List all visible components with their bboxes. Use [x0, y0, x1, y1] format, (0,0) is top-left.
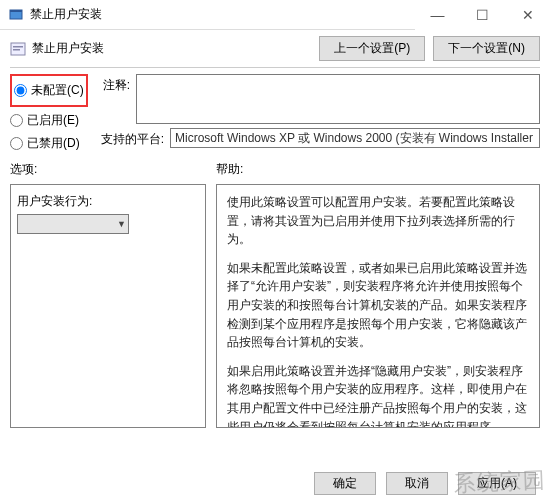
prev-setting-button[interactable]: 上一个设置(P)	[319, 36, 425, 61]
radio-enabled-input[interactable]	[10, 114, 23, 127]
help-paragraph: 如果启用此策略设置并选择“隐藏用户安装”，则安装程序将忽略按照每个用户安装的应用…	[227, 362, 529, 428]
radio-enabled[interactable]: 已启用(E)	[10, 109, 88, 132]
radio-not-configured-label: 未配置(C)	[31, 82, 84, 99]
titlebar: 禁止用户安装 — ☐ ✕	[0, 0, 550, 30]
options-label: 选项:	[10, 161, 206, 178]
policy-heading: 禁止用户安装	[10, 40, 104, 57]
options-panel: 用户安装行为: ▼	[10, 184, 206, 428]
radio-disabled[interactable]: 已禁用(D)	[10, 132, 88, 155]
help-paragraph: 如果未配置此策略设置，或者如果已启用此策略设置并选择了“允许用户安装”，则安装程…	[227, 259, 529, 352]
help-panel: 使用此策略设置可以配置用户安装。若要配置此策略设置，请将其设置为已启用并使用下拉…	[216, 184, 540, 428]
policy-window-icon	[8, 7, 24, 23]
radio-enabled-label: 已启用(E)	[27, 112, 79, 129]
radio-disabled-label: 已禁用(D)	[27, 135, 80, 152]
user-install-behavior-label: 用户安装行为:	[17, 193, 199, 210]
policy-heading-icon	[10, 41, 26, 57]
apply-button[interactable]: 应用(A)	[458, 472, 536, 495]
cancel-button[interactable]: 取消	[386, 472, 448, 495]
window-title: 禁止用户安装	[30, 6, 415, 23]
svg-rect-3	[13, 46, 23, 48]
help-label: 帮助:	[216, 161, 540, 178]
not-configured-highlight: 未配置(C)	[10, 74, 88, 107]
comment-textarea[interactable]	[136, 74, 540, 124]
policy-heading-text: 禁止用户安装	[32, 40, 104, 57]
svg-rect-1	[10, 10, 22, 12]
window-controls: — ☐ ✕	[415, 0, 550, 30]
ok-button[interactable]: 确定	[314, 472, 376, 495]
user-install-behavior-combo[interactable]: ▼	[17, 214, 129, 234]
next-setting-button[interactable]: 下一个设置(N)	[433, 36, 540, 61]
platform-field	[170, 128, 540, 148]
radio-disabled-input[interactable]	[10, 137, 23, 150]
radio-not-configured[interactable]: 未配置(C)	[14, 79, 84, 102]
chevron-down-icon: ▼	[117, 219, 126, 229]
maximize-button[interactable]: ☐	[460, 0, 505, 30]
close-button[interactable]: ✕	[505, 0, 550, 30]
svg-rect-4	[13, 49, 20, 51]
platform-label: 支持的平台:	[96, 128, 164, 148]
help-paragraph: 使用此策略设置可以配置用户安装。若要配置此策略设置，请将其设置为已启用并使用下拉…	[227, 193, 529, 249]
dialog-footer: 确定 取消 应用(A)	[314, 472, 536, 495]
comment-label: 注释:	[96, 74, 130, 94]
minimize-button[interactable]: —	[415, 0, 460, 30]
radio-not-configured-input[interactable]	[14, 84, 27, 97]
